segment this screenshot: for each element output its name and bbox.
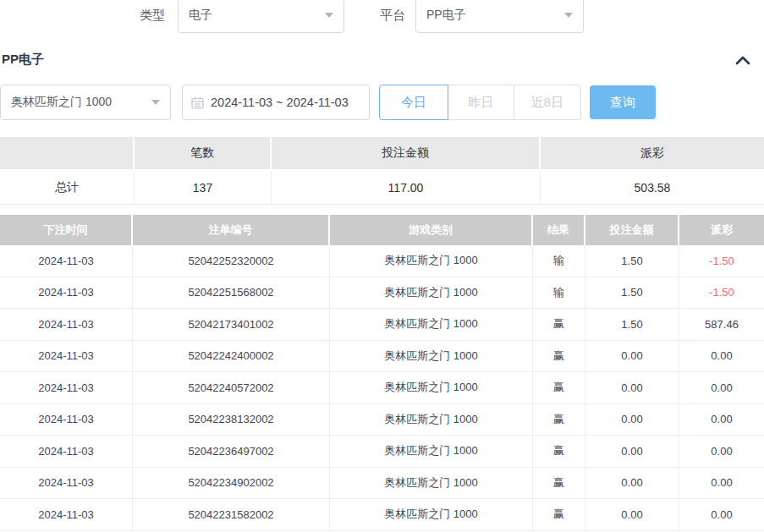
summary-total-row: 总计 137 117.00 503.58: [0, 171, 764, 205]
summary-header-payout: 派彩: [541, 137, 764, 171]
bet-amount-cell: 0.00: [585, 404, 679, 436]
bet-result-cell: 赢: [533, 341, 585, 373]
bet-id-cell: 52042238132002: [133, 404, 330, 436]
summary-header-empty: [0, 137, 135, 171]
bet-game-cell: 奥林匹斯之门 1000: [330, 277, 533, 310]
bet-game-cell: 奥林匹斯之门 1000: [330, 372, 533, 404]
quick-range-button-group: 今日 昨日 近8日: [379, 85, 581, 120]
date-range-picker[interactable]: 2024-11-03 ~ 2024-11-03: [182, 85, 370, 120]
bet-amount-cell: 0.00: [585, 372, 679, 404]
bet-time-cell: 2024-11-03: [0, 341, 133, 373]
date-range-value: 2024-11-03 ~ 2024-11-03: [211, 96, 349, 109]
bet-result-cell: 赢: [533, 436, 585, 468]
bet-time-cell: 2024-11-03: [0, 499, 133, 531]
bet-header-result: 结果: [533, 215, 585, 245]
bet-header-game: 游戏类别: [330, 215, 533, 245]
bet-amount-cell: 0.00: [585, 468, 679, 500]
bet-table-header-row: 下注时间 注单编号 游戏类别 结果 投注金额 派彩: [0, 215, 764, 245]
summary-header-row: 笔数 投注金额 派彩: [0, 137, 764, 171]
bet-game-cell: 奥林匹斯之门 1000: [330, 341, 533, 373]
table-row: 2024-11-0352042234902002奥林匹斯之门 1000赢0.00…: [0, 468, 764, 500]
bet-amount-cell: 0.00: [585, 499, 679, 531]
bet-result-cell: 赢: [533, 309, 585, 341]
type-select[interactable]: 电子: [178, 0, 344, 33]
bet-result-cell: 输: [533, 245, 585, 277]
bet-id-cell: 52042252320002: [133, 245, 330, 277]
bet-table-body: 2024-11-0352042252320002奥林匹斯之门 1000输1.50…: [0, 245, 764, 531]
section-title: PP电子: [2, 52, 44, 68]
bet-time-cell: 2024-11-03: [0, 404, 133, 436]
summary-total-bet-amount: 117.00: [272, 171, 541, 205]
bet-result-cell: 输: [533, 277, 585, 310]
bet-time-cell: 2024-11-03: [0, 468, 133, 500]
bet-id-cell: 52042242400002: [133, 341, 330, 373]
type-select-value: 电子: [189, 8, 325, 23]
summary-total-label: 总计: [0, 171, 135, 205]
bet-payout-cell: -1.50: [679, 245, 764, 277]
summary-total-payout: 503.58: [541, 171, 764, 205]
bet-result-cell: 赢: [533, 499, 585, 531]
today-button[interactable]: 今日: [379, 85, 448, 120]
bet-payout-cell: 0.00: [679, 499, 764, 531]
bet-game-cell: 奥林匹斯之门 1000: [330, 404, 533, 436]
bet-time-cell: 2024-11-03: [0, 309, 133, 341]
bet-time-cell: 2024-11-03: [0, 436, 133, 468]
bet-header-time: 下注时间: [0, 215, 133, 245]
bet-time-cell: 2024-11-03: [0, 372, 133, 404]
bet-amount-cell: 1.50: [585, 309, 679, 341]
bet-payout-cell: 587.46: [679, 309, 764, 341]
table-row: 2024-11-0352042231582002奥林匹斯之门 1000赢0.00…: [0, 499, 764, 531]
collapse-section-button[interactable]: [734, 53, 751, 69]
chevron-up-icon: [734, 55, 751, 65]
summary-header-count: 笔数: [135, 137, 272, 171]
bet-result-cell: 赢: [533, 404, 585, 436]
bet-amount-cell: 1.50: [585, 277, 679, 310]
game-select-value: 奥林匹斯之门 1000: [11, 95, 151, 110]
calendar-icon: [191, 96, 204, 109]
bet-header-payout: 派彩: [679, 215, 764, 245]
bet-result-cell: 赢: [533, 372, 585, 404]
bet-payout-cell: -1.50: [679, 277, 764, 310]
bet-id-cell: 52042251568002: [133, 277, 330, 310]
table-row: 2024-11-0352042242400002奥林匹斯之门 1000赢0.00…: [0, 341, 764, 373]
summary-table: 笔数 投注金额 派彩 总计 137 117.00 503.58: [0, 137, 764, 205]
bet-game-cell: 奥林匹斯之门 1000: [330, 436, 533, 468]
bet-amount-cell: 0.00: [585, 436, 679, 468]
last8days-button[interactable]: 近8日: [514, 85, 581, 120]
bet-id-cell: 52042234902002: [133, 468, 330, 500]
bet-records-table: 下注时间 注单编号 游戏类别 结果 投注金额 派彩 2024-11-035204…: [0, 215, 764, 531]
bet-game-cell: 奥林匹斯之门 1000: [330, 468, 533, 500]
bet-payout-cell: 0.00: [679, 468, 764, 500]
bet-id-cell: 52042231582002: [133, 499, 330, 531]
chevron-down-icon: [151, 100, 160, 105]
bet-amount-cell: 0.00: [585, 341, 679, 373]
chevron-down-icon: [564, 13, 573, 18]
bet-game-cell: 奥林匹斯之门 1000: [330, 309, 533, 341]
summary-total-count: 137: [135, 171, 272, 205]
platform-select-value: PP电子: [426, 8, 564, 23]
table-row: 2024-11-0352042252320002奥林匹斯之门 1000输1.50…: [0, 245, 764, 277]
bet-header-amount: 投注金额: [585, 215, 679, 245]
table-row: 2024-11-0352042173401002奥林匹斯之门 1000赢1.50…: [0, 309, 764, 341]
chevron-down-icon: [325, 13, 333, 18]
bet-result-cell: 赢: [533, 468, 585, 500]
bet-payout-cell: 0.00: [679, 372, 764, 404]
search-button[interactable]: 查询: [590, 85, 656, 119]
bet-id-cell: 52042236497002: [133, 436, 330, 468]
platform-select[interactable]: PP电子: [415, 0, 584, 33]
bet-header-id: 注单编号: [133, 215, 330, 245]
game-select[interactable]: 奥林匹斯之门 1000: [0, 85, 171, 120]
bet-payout-cell: 0.00: [679, 341, 764, 373]
bet-time-cell: 2024-11-03: [0, 245, 133, 277]
table-row: 2024-11-0352042240572002奥林匹斯之门 1000赢0.00…: [0, 372, 764, 404]
type-label: 类型: [140, 8, 165, 24]
yesterday-button[interactable]: 昨日: [448, 85, 514, 120]
table-row: 2024-11-0352042236497002奥林匹斯之门 1000赢0.00…: [0, 436, 764, 468]
bet-id-cell: 52042240572002: [133, 372, 330, 404]
bet-payout-cell: 0.00: [679, 404, 764, 436]
bet-payout-cell: 0.00: [679, 436, 764, 468]
bet-game-cell: 奥林匹斯之门 1000: [330, 245, 533, 277]
platform-label: 平台: [380, 8, 405, 24]
table-row: 2024-11-0352042238132002奥林匹斯之门 1000赢0.00…: [0, 404, 764, 436]
bet-amount-cell: 1.50: [585, 245, 679, 277]
